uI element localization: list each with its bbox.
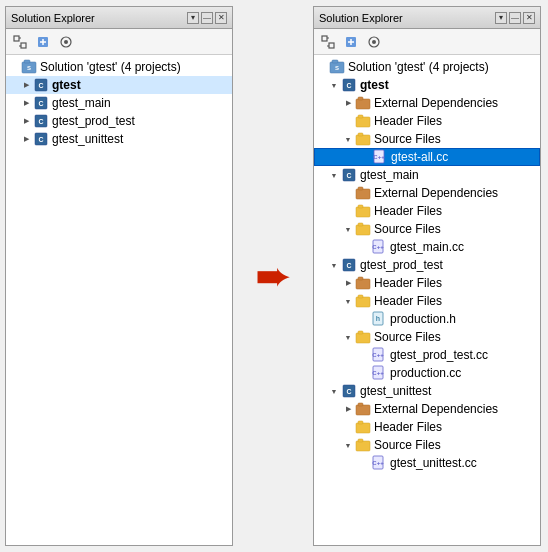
- right-unit-header-row[interactable]: Header Files: [314, 418, 540, 436]
- svg-rect-21: [329, 43, 334, 48]
- right-gtest-main-proj-row[interactable]: C gtest_main: [314, 166, 540, 184]
- left-close-btn[interactable]: ✕: [215, 12, 227, 24]
- right-main-source-label: Source Files: [374, 222, 441, 236]
- right-title-bar: Solution Explorer ▾ — ✕: [314, 7, 540, 29]
- right-main-source-row[interactable]: Source Files: [314, 220, 540, 238]
- svg-text:C: C: [346, 262, 351, 269]
- right-gtest-source-icon: [355, 131, 371, 147]
- right-gtest-source-arrow[interactable]: [342, 133, 354, 145]
- right-gtest-row[interactable]: C gtest: [314, 76, 540, 94]
- left-gtest-prod-row[interactable]: C gtest_prod_test: [6, 112, 232, 130]
- left-min-btn[interactable]: —: [201, 12, 213, 24]
- svg-text:C: C: [38, 136, 43, 143]
- svg-rect-55: [358, 277, 363, 280]
- right-sync-btn[interactable]: [318, 32, 338, 52]
- right-gtest-arrow[interactable]: [328, 79, 340, 91]
- right-min-btn[interactable]: —: [509, 12, 521, 24]
- right-unit-proj-icon: C: [341, 383, 357, 399]
- right-prod-test-cc-row[interactable]: C++ gtest_prod_test.cc: [314, 346, 540, 364]
- right-main-cc-icon: C++: [371, 239, 387, 255]
- right-prod-header-row[interactable]: Header Files: [314, 292, 540, 310]
- right-unit-proj-arrow[interactable]: [328, 385, 340, 397]
- left-gtest-arrow[interactable]: [20, 79, 32, 91]
- left-newsol-btn[interactable]: [33, 32, 53, 52]
- right-props-btn[interactable]: [364, 32, 384, 52]
- right-prod-header-arrow[interactable]: [342, 295, 354, 307]
- left-gtest-unit-row[interactable]: C gtest_unittest: [6, 130, 232, 148]
- right-prod-cc-row[interactable]: C++ production.cc: [314, 364, 540, 382]
- left-sync-btn[interactable]: [10, 32, 30, 52]
- left-pin-btn[interactable]: ▾: [187, 12, 199, 24]
- svg-text:C++: C++: [372, 352, 384, 358]
- right-prod-ext-row[interactable]: Header Files: [314, 274, 540, 292]
- right-unit-source-row[interactable]: Source Files: [314, 436, 540, 454]
- right-close-btn[interactable]: ✕: [523, 12, 535, 24]
- right-gtest-header-icon: [355, 113, 371, 129]
- right-gtest-source-row[interactable]: Source Files: [314, 130, 540, 148]
- svg-rect-68: [356, 405, 370, 415]
- left-solution-icon: S: [21, 59, 37, 75]
- right-unit-ext-row[interactable]: External Dependencies: [314, 400, 540, 418]
- right-unit-cc-label: gtest_unittest.cc: [390, 456, 477, 470]
- left-solution-label: Solution 'gtest' (4 projects): [40, 60, 181, 74]
- right-prod-h-label: production.h: [390, 312, 456, 326]
- right-prod-proj-row[interactable]: C gtest_prod_test: [314, 256, 540, 274]
- right-unit-ext-arrow[interactable]: [342, 403, 354, 415]
- right-main-ext-row[interactable]: External Dependencies: [314, 184, 540, 202]
- svg-rect-60: [356, 333, 370, 343]
- right-main-ext-label: External Dependencies: [374, 186, 498, 200]
- right-prod-header-label: Header Files: [374, 294, 442, 308]
- right-toolbar: [314, 29, 540, 55]
- left-gtest-unit-arrow[interactable]: [20, 133, 32, 145]
- right-unit-source-icon: [355, 437, 371, 453]
- right-prod-header-icon: [355, 293, 371, 309]
- left-toolbar: [6, 29, 232, 55]
- right-prod-h-row[interactable]: h production.h: [314, 310, 540, 328]
- right-main-cc-row[interactable]: C++ gtest_main.cc: [314, 238, 540, 256]
- svg-rect-45: [358, 187, 363, 190]
- right-solution-icon: S: [329, 59, 345, 75]
- svg-rect-70: [356, 423, 370, 433]
- left-gtest-main-arrow[interactable]: [20, 97, 32, 109]
- right-gtest-header-row[interactable]: Header Files: [314, 112, 540, 130]
- left-solution-row[interactable]: S Solution 'gtest' (4 projects): [6, 58, 232, 76]
- svg-text:C: C: [38, 82, 43, 89]
- right-main-source-arrow[interactable]: [342, 223, 354, 235]
- right-prod-source-row[interactable]: Source Files: [314, 328, 540, 346]
- svg-rect-48: [356, 225, 370, 235]
- right-gtest-ext-icon: [355, 95, 371, 111]
- svg-rect-69: [358, 403, 363, 406]
- left-gtest-prod-arrow[interactable]: [20, 115, 32, 127]
- right-solution-row[interactable]: S Solution 'gtest' (4 projects): [314, 58, 540, 76]
- right-gtest-all-row[interactable]: C++ gtest-all.cc: [314, 148, 540, 166]
- left-props-btn[interactable]: [56, 32, 76, 52]
- svg-rect-44: [356, 189, 370, 199]
- right-prod-proj-arrow[interactable]: [328, 259, 340, 271]
- svg-text:h: h: [376, 315, 380, 322]
- right-unit-proj-row[interactable]: C gtest_unittest: [314, 382, 540, 400]
- left-gtest-unit-label: gtest_unittest: [52, 132, 123, 146]
- right-newsol-btn[interactable]: [341, 32, 361, 52]
- right-gtest-ext-label: External Dependencies: [374, 96, 498, 110]
- left-gtest-row[interactable]: C gtest: [6, 76, 232, 94]
- right-gtest-all-icon: C++: [372, 149, 388, 165]
- right-gtest-main-proj-arrow[interactable]: [328, 169, 340, 181]
- right-gtest-ext-arrow[interactable]: [342, 97, 354, 109]
- svg-text:C: C: [346, 388, 351, 395]
- right-unit-cc-row[interactable]: C++ gtest_unittest.cc: [314, 454, 540, 472]
- left-solution-explorer: Solution Explorer ▾ — ✕: [5, 6, 233, 546]
- left-gtest-main-row[interactable]: C gtest_main: [6, 94, 232, 112]
- svg-rect-39: [358, 133, 363, 136]
- right-unit-source-arrow[interactable]: [342, 439, 354, 451]
- right-main-header-row[interactable]: Header Files: [314, 202, 540, 220]
- right-prod-ext-arrow[interactable]: [342, 277, 354, 289]
- right-prod-source-arrow[interactable]: [342, 331, 354, 343]
- right-pin-btn[interactable]: ▾: [495, 12, 507, 24]
- svg-text:C: C: [38, 100, 43, 107]
- right-gtest-source-label: Source Files: [374, 132, 441, 146]
- svg-text:S: S: [335, 65, 339, 71]
- right-gtest-ext-row[interactable]: External Dependencies: [314, 94, 540, 112]
- svg-text:S: S: [27, 65, 31, 71]
- svg-point-28: [372, 40, 376, 44]
- right-solution-label: Solution 'gtest' (4 projects): [348, 60, 489, 74]
